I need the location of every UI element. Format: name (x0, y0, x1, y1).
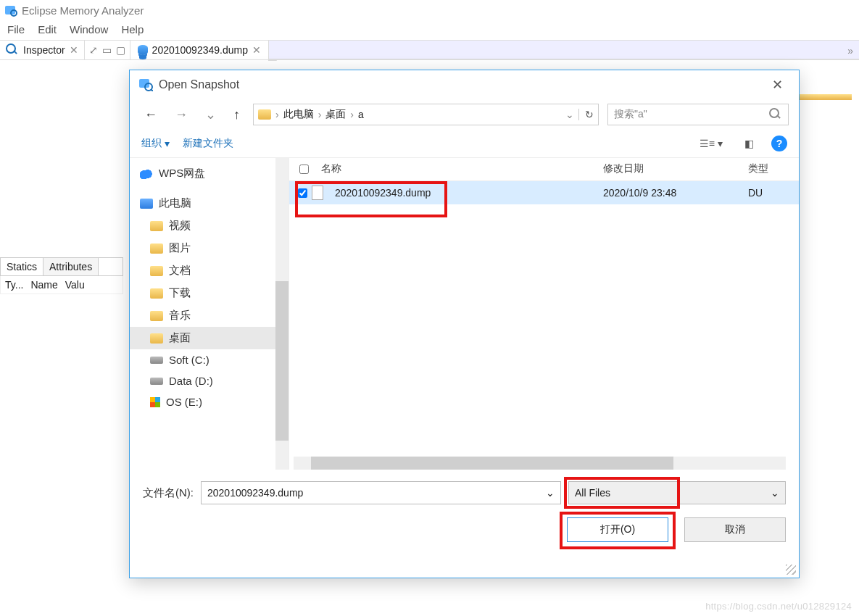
search-input[interactable]: 搜索"a" (607, 104, 789, 125)
tree-scroll-thumb[interactable] (275, 281, 289, 441)
filename-input[interactable]: 202010092349.dump ⌄ (201, 481, 561, 504)
drive-icon (150, 357, 163, 364)
tabs-overflow-chevron-icon[interactable]: » (847, 45, 853, 57)
folder-icon (150, 244, 163, 254)
col-type: Ty... (5, 279, 23, 291)
new-folder-button[interactable]: 新建文件夹 (183, 137, 233, 150)
link-icon[interactable]: ⤢ (89, 44, 98, 56)
folder-icon (258, 109, 271, 120)
tree-item-documents[interactable]: 文档 (130, 259, 289, 282)
tree-item-this-pc[interactable]: 此电脑 (130, 192, 289, 215)
dialog-title: Open Snapshot (159, 78, 765, 91)
folder-icon (150, 266, 163, 276)
view-mode-button[interactable]: ☰≡ ▾ (695, 136, 727, 151)
open-snapshot-dialog: Open Snapshot ✕ ← → ⌄ ↑ › 此电脑 › 桌面 › a ⌄… (129, 70, 800, 578)
menu-help[interactable]: Help (121, 23, 144, 36)
menu-window[interactable]: Window (70, 23, 108, 36)
editor-tab-row: Inspector ✕ ⤢ ▭ ▢ 202010092349.dump ✕ » (0, 40, 859, 60)
close-view-icon[interactable]: ✕ (70, 44, 78, 56)
drive-icon (150, 378, 163, 385)
cancel-button[interactable]: 取消 (684, 517, 786, 542)
tree-item-pictures[interactable]: 图片 (130, 237, 289, 259)
pc-icon (140, 199, 153, 209)
heap-dump-icon (138, 45, 148, 55)
app-titlebar: Eclipse Memory Analyzer (0, 0, 859, 20)
tree-item-wps[interactable]: WPS网盘 (130, 162, 289, 185)
col-header-date[interactable]: 修改日期 (603, 162, 748, 176)
organize-menu[interactable]: 组织▾ (141, 137, 170, 150)
search-placeholder: 搜索"a" (614, 108, 647, 121)
close-tab-icon[interactable]: ✕ (252, 44, 261, 56)
watermark-text: https://blog.csdn.net/u012829124 (705, 601, 852, 612)
minimize-icon[interactable]: ▭ (102, 44, 112, 56)
tree-item-video[interactable]: 视频 (130, 215, 289, 237)
editor-tab-dump[interactable]: 202010092349.dump ✕ (130, 41, 269, 59)
dialog-icon (138, 77, 153, 93)
dropdown-icon[interactable]: ⌄ (771, 487, 779, 499)
tree-item-desktop[interactable]: 桌面 (130, 327, 289, 349)
resize-grip[interactable] (786, 565, 796, 575)
tab-attributes[interactable]: Attributes (43, 258, 99, 275)
dialog-close-button[interactable]: ✕ (765, 74, 790, 96)
folder-icon (150, 288, 163, 299)
editor-tab-label: 202010092349.dump (152, 44, 248, 56)
inspector-panel: Statics Attributes Ty... Name Valu (0, 257, 123, 294)
preview-pane-button[interactable]: ◧ (740, 136, 758, 151)
file-hscroll-thumb[interactable] (311, 457, 673, 470)
col-header-type[interactable]: 类型 (748, 162, 792, 176)
annotation-highlight-filter (564, 477, 680, 509)
breadcrumb-desktop[interactable]: 桌面 (325, 108, 346, 121)
view-controls: ⤢ ▭ ▢ (85, 41, 130, 59)
folder-icon (150, 311, 163, 321)
annotation-highlight-open (560, 512, 676, 549)
tab-statics[interactable]: Statics (1, 258, 43, 275)
breadcrumb-dropdown-icon[interactable]: ⌄ (565, 109, 574, 120)
magnifier-icon (6, 43, 19, 57)
breadcrumb-bar[interactable]: › 此电脑 › 桌面 › a ⌄ ↻ (253, 104, 599, 125)
nav-forward-button[interactable]: → (170, 106, 192, 124)
col-header-name[interactable]: 名称 (317, 162, 603, 176)
app-title: Eclipse Memory Analyzer (22, 4, 144, 17)
view-inspector-tab[interactable]: Inspector ✕ (0, 41, 85, 59)
file-list: 名称 修改日期 类型 202010092349.dump 2020/10/9 2… (289, 158, 799, 470)
file-type: DU (748, 187, 792, 199)
dropdown-icon[interactable]: ⌄ (546, 487, 555, 499)
nav-up-button[interactable]: ↑ (229, 106, 244, 124)
search-icon (769, 108, 782, 121)
nav-back-button[interactable]: ← (140, 106, 162, 124)
file-list-header: 名称 修改日期 类型 (289, 158, 799, 181)
app-icon (4, 4, 17, 17)
col-value: Valu (65, 279, 85, 291)
maximize-icon[interactable]: ▢ (116, 44, 125, 56)
tree-item-drive-e[interactable]: OS (E:) (130, 391, 289, 412)
file-date: 2020/10/9 23:48 (603, 187, 748, 199)
tree-item-drive-d[interactable]: Data (D:) (130, 370, 289, 391)
select-all-checkbox[interactable] (299, 165, 309, 174)
tree-item-music[interactable]: 音乐 (130, 304, 289, 327)
refresh-icon[interactable]: ↻ (578, 109, 594, 120)
breadcrumb-a[interactable]: a (358, 109, 364, 120)
breadcrumb-thispc[interactable]: 此电脑 (283, 108, 314, 121)
menu-edit[interactable]: Edit (38, 23, 57, 36)
windows-icon (150, 397, 160, 407)
folder-icon (150, 333, 163, 344)
folder-tree: WPS网盘 此电脑 视频 图片 文档 下载 音乐 桌面 Soft (C:) Da… (130, 158, 289, 470)
annotation-highlight-file (295, 181, 447, 217)
menu-file[interactable]: File (7, 23, 25, 36)
menubar: File Edit Window Help (0, 20, 859, 40)
svg-line-4 (151, 89, 153, 91)
filename-label: 文件名(N): (143, 486, 194, 500)
col-name: Name (30, 279, 57, 291)
tree-item-downloads[interactable]: 下载 (130, 282, 289, 304)
folder-icon (150, 221, 163, 231)
nav-recent-dropdown[interactable]: ⌄ (201, 105, 220, 124)
filename-value: 202010092349.dump (207, 487, 303, 499)
cloud-icon (140, 169, 153, 179)
tree-item-drive-c[interactable]: Soft (C:) (130, 349, 289, 370)
help-button[interactable]: ? (771, 136, 787, 151)
tab-strip-rest: » (269, 41, 859, 59)
view-inspector-label: Inspector (23, 44, 65, 56)
